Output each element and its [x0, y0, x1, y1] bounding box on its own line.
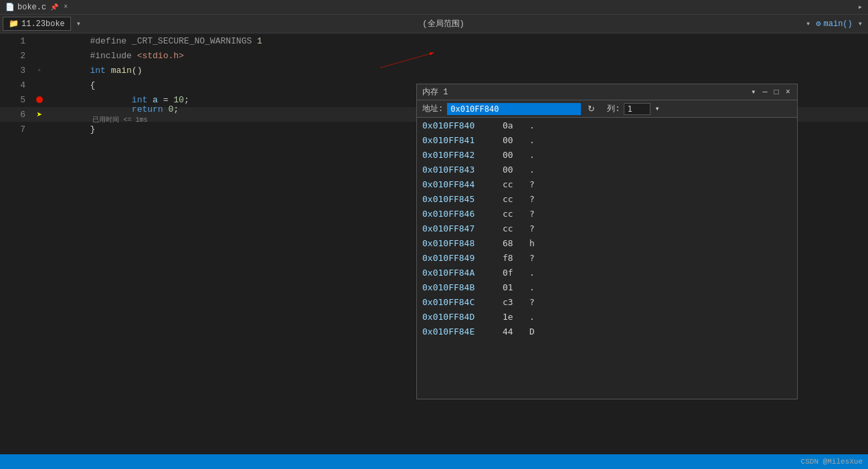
- memory-title-bar: 内存 1 ▾ — □ ×: [417, 84, 797, 100]
- mem-addr: 0x010FF849: [422, 253, 503, 263]
- mem-char: ?: [529, 209, 543, 219]
- mem-hex: 01: [503, 282, 529, 292]
- toolbar-dropdown-arrow-left[interactable]: ▾: [74, 19, 84, 29]
- func-label: main(): [824, 19, 853, 29]
- file-tab-name[interactable]: boke.c: [17, 3, 46, 12]
- memory-restore-btn[interactable]: □: [773, 88, 780, 97]
- mem-char: ?: [529, 297, 543, 307]
- mem-char: .: [529, 312, 543, 322]
- memory-window: 内存 1 ▾ — □ × 地址: ↻ 列: ▾ 0x010FF8400a.0x0…: [416, 84, 798, 399]
- line-num-6: 6: [0, 110, 33, 120]
- mem-char: ?: [529, 194, 543, 204]
- line-num-2: 2: [0, 51, 33, 61]
- memory-title-text: 内存 1: [422, 86, 750, 98]
- memory-address-input[interactable]: [447, 103, 581, 115]
- line-indicator-3: ▫: [33, 67, 46, 74]
- status-bar: CSDN @MilesXue: [0, 454, 868, 469]
- mem-hex: 00: [503, 150, 529, 160]
- mem-addr: 0x010FF84C: [422, 297, 503, 307]
- line-num-5: 5: [0, 95, 33, 105]
- mem-hex: 1e: [503, 312, 529, 322]
- tab-pin-button[interactable]: 📌: [49, 3, 60, 11]
- line-num-3: 3: [0, 66, 33, 76]
- tab-close-button[interactable]: ×: [62, 3, 69, 11]
- mem-char: .: [529, 135, 543, 145]
- line-num-7: 7: [0, 124, 33, 134]
- mem-hex: cc: [503, 223, 529, 233]
- toolbar-scope: (全局范围): [86, 18, 800, 29]
- line-indicator-5: [33, 96, 46, 103]
- mem-addr: 0x010FF846: [422, 209, 503, 219]
- mem-hex: 00: [503, 135, 529, 145]
- memory-row: 0x010FF84B01.: [417, 280, 797, 294]
- mem-addr: 0x010FF84E: [422, 326, 503, 337]
- mem-char: .: [529, 165, 543, 175]
- memory-row: 0x010FF8400a.: [417, 118, 797, 132]
- mem-hex: cc: [503, 194, 529, 204]
- mem-hex: 00: [503, 165, 529, 175]
- memory-minimize-btn[interactable]: —: [761, 88, 768, 97]
- collapse-icon[interactable]: ▫: [37, 67, 41, 74]
- mem-hex: cc: [503, 209, 529, 219]
- toolbar: 📁 11.23boke ▾ (全局范围) ▾ ⚙ main() ▾: [0, 15, 868, 33]
- memory-col-label: 列:: [607, 103, 620, 114]
- mem-addr: 0x010FF843: [422, 165, 503, 175]
- memory-row: 0x010FF846cc?: [417, 206, 797, 221]
- mem-addr: 0x010FF842: [422, 150, 503, 160]
- mem-char: ?: [529, 223, 543, 233]
- memory-row: 0x010FF84E44D: [417, 324, 797, 339]
- memory-row: 0x010FF84868h: [417, 236, 797, 250]
- breakpoint-dot: [36, 96, 43, 103]
- mem-hex: c3: [503, 297, 529, 307]
- mem-addr: 0x010FF844: [422, 179, 503, 189]
- mem-hex: cc: [503, 179, 529, 189]
- line-indicator-6: ➤: [33, 109, 46, 120]
- memory-row: 0x010FF844cc?: [417, 177, 797, 191]
- current-line-arrow: ➤: [37, 109, 42, 120]
- mem-char: ?: [529, 179, 543, 189]
- memory-dropdown-btn[interactable]: ▾: [750, 87, 757, 97]
- memory-content[interactable]: 0x010FF8400a.0x010FF84100.0x010FF84200.0…: [417, 118, 797, 399]
- mem-addr: 0x010FF845: [422, 194, 503, 204]
- memory-row: 0x010FF84300.: [417, 162, 797, 177]
- file-display-label: 11.23boke: [21, 19, 65, 29]
- csdn-credit: CSDN @MilesXue: [801, 458, 863, 466]
- line-num-4: 4: [0, 80, 33, 90]
- toolbar-dropdown-arrow-right[interactable]: ▾: [855, 19, 865, 29]
- mem-hex: f8: [503, 253, 529, 263]
- scope-label: (全局范围): [422, 18, 464, 29]
- file-tab-icon: 📄: [5, 3, 15, 11]
- title-bar: 📄 boke.c 📌 × ▸: [0, 0, 868, 15]
- func-icon: ⚙: [816, 19, 820, 29]
- mem-hex: 44: [503, 326, 529, 337]
- memory-row: 0x010FF849f8?: [417, 250, 797, 265]
- memory-row: 0x010FF84200.: [417, 147, 797, 162]
- mem-char: ?: [529, 253, 543, 263]
- memory-row: 0x010FF84100.: [417, 132, 797, 147]
- memory-address-label: 地址:: [422, 103, 443, 114]
- memory-row: 0x010FF845cc?: [417, 191, 797, 206]
- mem-addr: 0x010FF84B: [422, 282, 503, 292]
- mem-addr: 0x010FF840: [422, 120, 503, 130]
- memory-row: 0x010FF84Cc3?: [417, 294, 797, 309]
- mem-hex: 0f: [503, 268, 529, 278]
- mem-char: h: [529, 238, 543, 248]
- memory-toolbar: 地址: ↻ 列: ▾: [417, 100, 797, 118]
- toolbar-dropdown-arrow-mid[interactable]: ▾: [803, 19, 813, 29]
- line-num-1: 1: [0, 36, 33, 46]
- mem-char: D: [529, 326, 543, 337]
- memory-col-dropdown[interactable]: ▾: [655, 104, 659, 114]
- memory-close-btn[interactable]: ×: [784, 88, 792, 97]
- memory-col-input[interactable]: [624, 103, 650, 115]
- mem-char: .: [529, 150, 543, 160]
- mem-addr: 0x010FF84D: [422, 312, 503, 322]
- mem-hex: 68: [503, 238, 529, 248]
- file-icon: 📁: [9, 19, 19, 29]
- memory-refresh-button[interactable]: ↻: [585, 104, 598, 114]
- window-scroll-right[interactable]: ▸: [858, 2, 863, 12]
- memory-row: 0x010FF84A0f.: [417, 265, 797, 280]
- mem-hex: 0a: [503, 120, 529, 130]
- mem-addr: 0x010FF84A: [422, 268, 503, 278]
- file-display[interactable]: 📁 11.23boke: [3, 17, 71, 31]
- mem-addr: 0x010FF848: [422, 238, 503, 248]
